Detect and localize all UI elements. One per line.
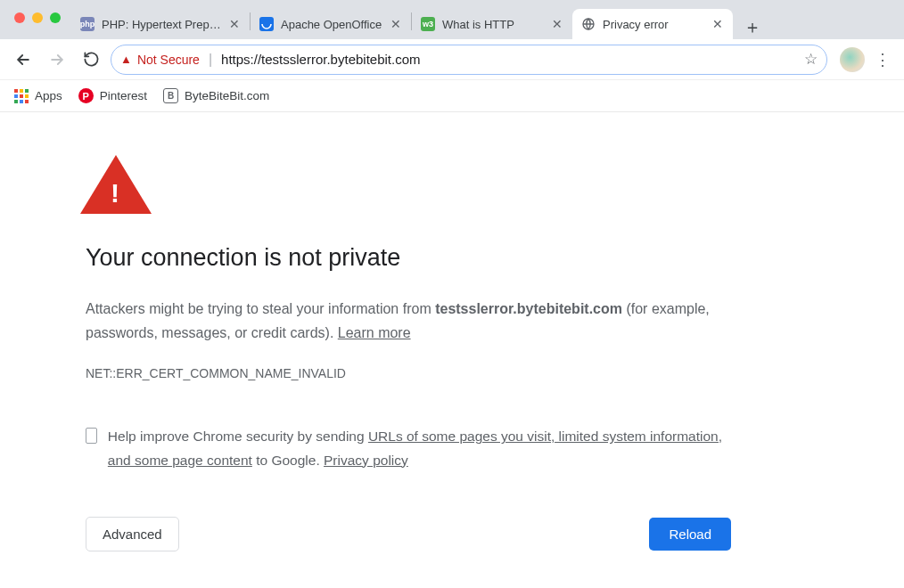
- error-page-content: Your connection is not private Attackers…: [0, 112, 731, 551]
- bookmark-label: Apps: [35, 89, 62, 102]
- bookmark-bytebitebit[interactable]: B ByteBiteBit.com: [163, 88, 269, 103]
- forward-button[interactable]: [43, 45, 71, 74]
- tab-title: PHP: Hypertext Preprocessor: [102, 18, 221, 31]
- favicon-openoffice-icon: [259, 17, 274, 31]
- bookmarks-bar: Apps P Pinterest B ByteBiteBit.com: [0, 80, 904, 112]
- desc-domain: testsslerror.bytebitebit.com: [435, 301, 622, 316]
- desc-prefix: Attackers might be trying to steal your …: [86, 301, 435, 316]
- window-close-button[interactable]: [14, 12, 25, 23]
- tab-php[interactable]: php PHP: Hypertext Preprocessor ✕: [71, 9, 250, 39]
- error-description: Attackers might be trying to steal your …: [86, 297, 731, 345]
- optin-text: Help improve Chrome security by sending …: [108, 425, 731, 472]
- reload-page-button[interactable]: Reload: [649, 518, 731, 551]
- bookmark-label: Pinterest: [100, 89, 147, 102]
- bookmark-apps[interactable]: Apps: [14, 89, 62, 103]
- tab-close-icon[interactable]: ✕: [228, 18, 241, 30]
- optin-prefix: Help improve Chrome security by sending: [108, 429, 368, 444]
- learn-more-link[interactable]: Learn more: [338, 325, 411, 340]
- optin-checkbox[interactable]: [86, 428, 97, 444]
- favicon-http-icon: w3: [421, 17, 435, 31]
- favicon-php-icon: php: [80, 17, 95, 31]
- window-minimize-button[interactable]: [32, 12, 43, 23]
- apps-grid-icon: [14, 89, 29, 103]
- pinterest-icon: P: [78, 88, 94, 103]
- bookmark-label: ByteBiteBit.com: [185, 89, 269, 102]
- tab-strip: php PHP: Hypertext Preprocessor ✕ Apache…: [71, 4, 904, 39]
- tab-close-icon[interactable]: ✕: [711, 18, 724, 30]
- tab-close-icon[interactable]: ✕: [390, 18, 402, 30]
- back-button[interactable]: [9, 45, 37, 74]
- warning-triangle-icon: ▲: [120, 53, 132, 66]
- page-title: Your connection is not private: [86, 244, 731, 272]
- tab-privacy-error[interactable]: Privacy error ✕: [572, 9, 733, 39]
- window-maximize-button[interactable]: [50, 12, 61, 23]
- tab-title: Apache OpenOffice: [281, 18, 382, 31]
- action-buttons: Advanced Reload: [86, 517, 731, 551]
- error-code: NET::ERR_CERT_COMMON_NAME_INVALID: [86, 366, 731, 380]
- omnibox-separator: |: [209, 52, 212, 68]
- browser-chrome: php PHP: Hypertext Preprocessor ✕ Apache…: [0, 0, 904, 39]
- optin-row: Help improve Chrome security by sending …: [86, 425, 731, 472]
- reload-button[interactable]: [77, 45, 105, 74]
- tab-openoffice[interactable]: Apache OpenOffice ✕: [251, 9, 411, 39]
- tab-close-icon[interactable]: ✕: [551, 18, 563, 30]
- profile-avatar[interactable]: [840, 47, 865, 72]
- url-input[interactable]: [221, 52, 795, 67]
- toolbar: ▲ Not Secure | ☆ ⋮: [0, 39, 904, 80]
- address-bar[interactable]: ▲ Not Secure | ☆: [111, 45, 827, 75]
- tab-http[interactable]: w3 What is HTTP ✕: [412, 9, 572, 39]
- tab-title: What is HTTP: [442, 18, 544, 31]
- warning-large-icon: [80, 155, 152, 214]
- bytebitebit-icon: B: [163, 88, 178, 103]
- tab-title: Privacy error: [603, 18, 704, 31]
- security-label: Not Secure: [137, 53, 200, 67]
- privacy-policy-link[interactable]: Privacy policy: [324, 453, 408, 468]
- optin-mid: to Google.: [252, 453, 324, 468]
- browser-menu-button[interactable]: ⋮: [870, 50, 895, 69]
- bookmark-pinterest[interactable]: P Pinterest: [78, 88, 147, 103]
- favicon-globe-icon: [581, 17, 596, 31]
- bookmark-star-icon[interactable]: ☆: [804, 50, 818, 69]
- security-indicator[interactable]: ▲ Not Secure: [120, 53, 200, 67]
- new-tab-button[interactable]: ＋: [740, 14, 765, 39]
- advanced-button[interactable]: Advanced: [86, 517, 179, 551]
